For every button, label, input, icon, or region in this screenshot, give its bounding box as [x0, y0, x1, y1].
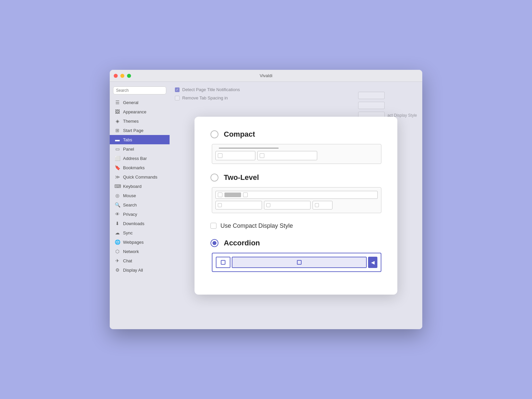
- search-input[interactable]: [113, 86, 166, 94]
- search-icon: 🔍: [114, 202, 120, 207]
- general-icon: ☰: [114, 100, 120, 105]
- sidebar-item-start-page[interactable]: ⊞ Start Page: [110, 126, 170, 135]
- sidebar-label-mouse: Mouse: [123, 193, 136, 198]
- sidebar-label-privacy: Privacy: [123, 212, 137, 217]
- sidebar-item-quick-commands[interactable]: ≫ Quick Commands: [110, 172, 170, 182]
- sidebar-label-start-page: Start Page: [123, 128, 143, 133]
- downloads-icon: ⬇: [114, 221, 120, 226]
- compact-display-style-row: Use Compact Display Style: [210, 222, 381, 229]
- start-page-icon: ⊞: [114, 128, 120, 133]
- sidebar-item-display-all[interactable]: ⚙ Display All: [110, 265, 170, 275]
- window-controls: [114, 74, 131, 78]
- sidebar-label-quick-commands: Quick Commands: [123, 175, 157, 180]
- sidebar-item-privacy[interactable]: 👁 Privacy: [110, 209, 170, 219]
- sidebar-label-themes: Themes: [123, 119, 139, 124]
- quick-commands-icon: ≫: [114, 174, 120, 180]
- two-level-option: Two-Level: [210, 173, 381, 213]
- sidebar-label-general: General: [123, 100, 138, 105]
- window-body: ☰ General 🖼 Appearance ◈ Themes ⊞ Start …: [110, 82, 422, 329]
- compact-display-checkbox[interactable]: [210, 223, 216, 229]
- sidebar-label-sync: Sync: [123, 230, 133, 235]
- sidebar-label-chat: Chat: [123, 258, 132, 263]
- mouse-icon: ◎: [114, 193, 120, 198]
- compact-preview: [212, 144, 381, 164]
- sidebar-item-tabs[interactable]: ▬ Tabs: [110, 135, 170, 144]
- two-level-preview: [212, 187, 381, 213]
- sidebar: ☰ General 🖼 Appearance ◈ Themes ⊞ Start …: [110, 82, 170, 329]
- compact-display-label: Use Compact Display Style: [220, 222, 293, 229]
- themes-icon: ◈: [114, 118, 120, 124]
- sidebar-item-panel[interactable]: ▭ Panel: [110, 144, 170, 154]
- sidebar-label-downloads: Downloads: [123, 221, 144, 226]
- sidebar-label-address-bar: Address Bar: [123, 156, 147, 161]
- sidebar-item-webpages[interactable]: 🌐 Webpages: [110, 237, 170, 247]
- sidebar-label-panel: Panel: [123, 147, 134, 152]
- network-icon: ⬡: [114, 249, 120, 254]
- two-level-radio[interactable]: [210, 174, 218, 182]
- two-level-label: Two-Level: [224, 173, 259, 182]
- accordion-header: Accordion: [210, 239, 381, 247]
- tab-style-modal: Compact: [195, 117, 397, 295]
- display-all-icon: ⚙: [114, 267, 120, 273]
- sidebar-item-chat[interactable]: ✈ Chat: [110, 256, 170, 265]
- panel-icon: ▭: [114, 146, 120, 152]
- compact-label: Compact: [224, 130, 255, 139]
- appearance-icon: 🖼: [114, 109, 120, 114]
- compact-radio[interactable]: [210, 130, 218, 138]
- close-button[interactable]: [114, 74, 118, 78]
- main-window: Vivaldi ☰ General 🖼 Appearance ◈ Themes …: [110, 70, 422, 329]
- two-level-header: Two-Level: [210, 173, 381, 182]
- sidebar-item-bookmarks[interactable]: 🔖 Bookmarks: [110, 163, 170, 172]
- sidebar-label-tabs: Tabs: [123, 137, 132, 142]
- sidebar-item-sync[interactable]: ☁ Sync: [110, 228, 170, 237]
- sidebar-item-search[interactable]: 🔍 Search: [110, 200, 170, 209]
- sidebar-item-general[interactable]: ☰ General: [110, 98, 170, 107]
- sidebar-label-bookmarks: Bookmarks: [123, 165, 145, 170]
- chat-icon: ✈: [114, 258, 120, 263]
- sidebar-label-display-all: Display All: [123, 268, 143, 273]
- sidebar-item-downloads[interactable]: ⬇ Downloads: [110, 219, 170, 228]
- accordion-radio[interactable]: [210, 239, 218, 247]
- sidebar-label-search: Search: [123, 202, 137, 207]
- sidebar-label-appearance: Appearance: [123, 109, 146, 114]
- sidebar-item-themes[interactable]: ◈ Themes: [110, 116, 170, 126]
- sidebar-label-network: Network: [123, 249, 139, 254]
- keyboard-icon: ⌨: [114, 184, 120, 189]
- compact-header: Compact: [210, 130, 381, 139]
- accordion-option: Accordion ◀: [210, 239, 381, 272]
- sidebar-item-keyboard[interactable]: ⌨ Keyboard: [110, 182, 170, 191]
- maximize-button[interactable]: [127, 74, 131, 78]
- titlebar: Vivaldi: [110, 70, 422, 82]
- tabs-icon: ▬: [114, 137, 120, 142]
- sync-icon: ☁: [114, 230, 120, 235]
- sidebar-item-address-bar[interactable]: ⬜ Address Bar: [110, 154, 170, 163]
- compact-option: Compact: [210, 130, 381, 164]
- sidebar-label-webpages: Webpages: [123, 240, 144, 245]
- content-area: Detect Page Title Notifications Remove T…: [170, 82, 422, 329]
- sidebar-label-keyboard: Keyboard: [123, 184, 142, 189]
- minimize-button[interactable]: [120, 74, 124, 78]
- address-bar-icon: ⬜: [114, 156, 120, 161]
- accordion-label: Accordion: [224, 239, 260, 247]
- sidebar-item-mouse[interactable]: ◎ Mouse: [110, 191, 170, 200]
- sidebar-item-appearance[interactable]: 🖼 Appearance: [110, 107, 170, 116]
- sidebar-item-network[interactable]: ⬡ Network: [110, 247, 170, 256]
- window-title: Vivaldi: [260, 73, 272, 78]
- modal-overlay: Compact: [170, 82, 422, 329]
- bookmarks-icon: 🔖: [114, 165, 120, 170]
- privacy-icon: 👁: [114, 211, 120, 217]
- webpages-icon: 🌐: [114, 239, 120, 245]
- accordion-preview: ◀: [212, 253, 381, 272]
